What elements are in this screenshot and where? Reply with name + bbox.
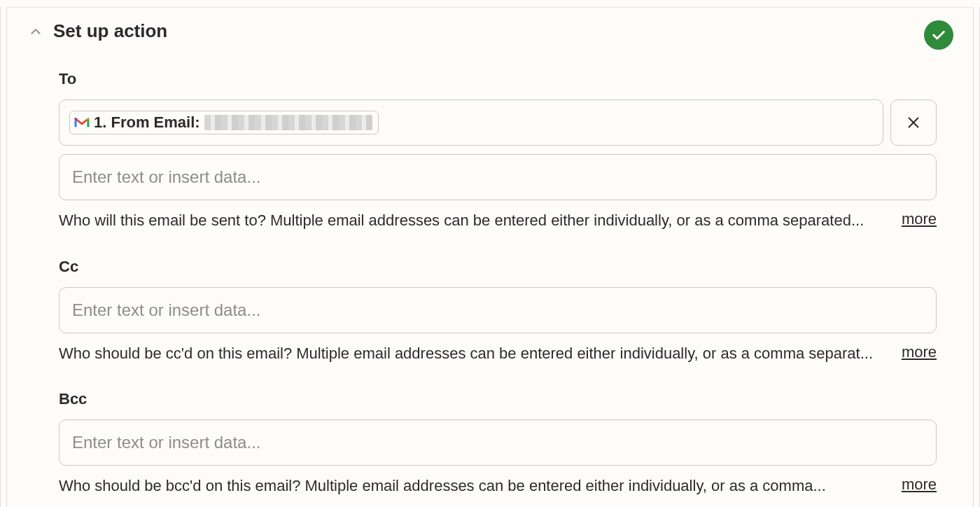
field-label-to: To xyxy=(59,70,937,88)
cc-more-link[interactable]: more xyxy=(902,343,937,361)
bcc-help-text: Who should be bcc'd on this email? Multi… xyxy=(59,475,885,496)
to-input[interactable]: 1. From Email: xyxy=(59,99,883,146)
to-tag-label: 1. From Email: xyxy=(94,113,200,132)
to-help-text: Who will this email be sent to? Multiple… xyxy=(59,210,885,231)
section-header[interactable]: Set up action xyxy=(7,8,973,60)
bcc-more-link[interactable]: more xyxy=(902,475,937,494)
to-extra-text-field[interactable] xyxy=(72,167,923,187)
status-complete-icon xyxy=(924,20,953,50)
gmail-icon xyxy=(74,116,90,129)
to-tag-pill[interactable]: 1. From Email: xyxy=(69,111,379,134)
to-more-link[interactable]: more xyxy=(902,210,937,228)
field-bcc: Bcc Who should be bcc'd on this email? M… xyxy=(59,390,937,496)
to-clear-button[interactable] xyxy=(890,99,937,146)
field-to: To xyxy=(59,70,937,231)
field-label-bcc: Bcc xyxy=(59,390,937,408)
bcc-input[interactable] xyxy=(59,419,937,466)
bcc-text-field[interactable] xyxy=(72,433,923,452)
field-label-cc: Cc xyxy=(59,258,937,276)
cc-text-field[interactable] xyxy=(72,300,923,320)
section-title: Set up action xyxy=(53,20,167,42)
to-tag-value-redacted xyxy=(204,115,372,130)
to-extra-input[interactable] xyxy=(59,154,937,200)
field-cc: Cc Who should be cc'd on this email? Mul… xyxy=(59,258,937,364)
cc-input[interactable] xyxy=(59,287,937,333)
cc-help-text: Who should be cc'd on this email? Multip… xyxy=(59,343,885,364)
chevron-up-icon xyxy=(27,22,45,41)
